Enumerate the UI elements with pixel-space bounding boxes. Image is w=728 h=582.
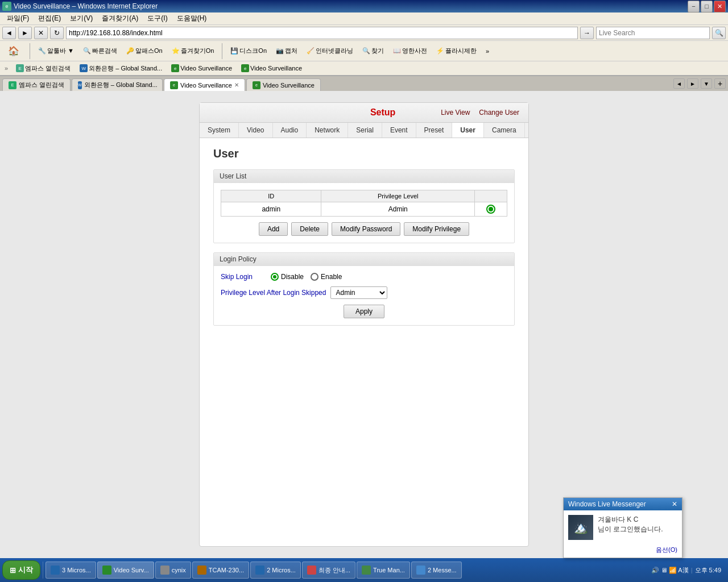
- col-id-header: ID: [221, 190, 321, 202]
- toolbar-flash[interactable]: ⚡플라시제한: [433, 45, 480, 56]
- nav-tab-system[interactable]: System: [200, 123, 239, 138]
- col-privilege-header: Privilege Level: [321, 190, 475, 202]
- dictionary-icon: 📖: [393, 47, 401, 55]
- tab-exchange-icon: W: [78, 81, 82, 89]
- fav-exchange[interactable]: W 외환은행 – Global Stand...: [76, 63, 166, 74]
- messenger-sound-link[interactable]: 음선(O): [656, 546, 677, 554]
- user-privilege-cell: Admin: [321, 202, 475, 217]
- setup-header: Setup Live View Change User: [200, 103, 528, 123]
- live-view-link[interactable]: Live View: [441, 109, 470, 117]
- tab-scroll-right[interactable]: ►: [687, 78, 698, 89]
- tab-scroll-left[interactable]: ◄: [673, 78, 685, 89]
- nav-tab-preset[interactable]: Preset: [416, 123, 453, 138]
- toolbar-separator2: [222, 43, 222, 59]
- nav-tab-audio[interactable]: Audio: [273, 123, 307, 138]
- modify-privilege-button[interactable]: Modify Privilege: [404, 222, 469, 236]
- tab-exchange[interactable]: W 외환은행 – Global Stand...: [72, 78, 163, 91]
- skip-login-radio-group: Disable Enable: [271, 273, 342, 281]
- alpass-icon: 🔑: [126, 47, 134, 55]
- toolbar-disk[interactable]: 💾디스크On: [227, 45, 270, 56]
- disable-radio[interactable]: [271, 273, 279, 281]
- title-bar-left: e Video Surveillance – Windows Internet …: [2, 2, 158, 11]
- search-button[interactable]: 🔍: [712, 27, 726, 39]
- menu-file[interactable]: 파일(F): [2, 13, 34, 24]
- fav-video-surv2[interactable]: e Video Surveillance: [238, 63, 305, 73]
- title-bar-buttons[interactable]: − □ ✕: [688, 1, 726, 13]
- taskbar-item-tcam[interactable]: TCAM-230...: [192, 562, 249, 579]
- nav-tab-user[interactable]: User: [452, 123, 484, 138]
- taskbar-item-cynix[interactable]: cynix: [155, 562, 191, 579]
- stop-button[interactable]: ✕: [34, 27, 48, 39]
- toolbar-quicksearch[interactable]: 🔍빠른검색: [80, 45, 121, 56]
- nav-tab-camera[interactable]: Camera: [484, 123, 525, 138]
- toolbar-find[interactable]: 🔍찾기: [359, 45, 387, 56]
- tab-video-surv1[interactable]: e Video Surveillance ✕: [164, 78, 245, 91]
- minimize-button[interactable]: −: [688, 1, 700, 13]
- messenger-header: Windows Live Messenger ✕: [564, 498, 682, 510]
- tab-video-surv2[interactable]: e Video Surveillance: [246, 78, 321, 91]
- toolbar-dictionary[interactable]: 📖영한사전: [390, 45, 431, 56]
- menu-edit[interactable]: 편집(E): [34, 13, 65, 24]
- menu-bar: 파일(F) 편집(E) 보기(V) 즐겨찾기(A) 도구(I) 도움말(H): [0, 13, 728, 25]
- menu-favorites[interactable]: 즐겨찾기(A): [97, 13, 143, 24]
- menu-view[interactable]: 보기(V): [65, 13, 97, 24]
- toolbar-cleaning[interactable]: 🧹인터넷클라닝: [303, 45, 357, 56]
- page-title: User: [213, 147, 515, 160]
- toolbar-capture[interactable]: 📷캡처: [272, 45, 301, 56]
- back-button[interactable]: ◄: [2, 27, 16, 39]
- home-icon: 🏠: [8, 45, 19, 56]
- login-policy-body: Skip Login Disable Enable: [214, 266, 514, 325]
- toolbar-alpass[interactable]: 🔑알패스On: [123, 45, 166, 56]
- toolbar-altoolbar[interactable]: 🔧알툴바 ▼: [35, 45, 77, 56]
- search-input[interactable]: [596, 27, 710, 39]
- nav-tab-network[interactable]: Network: [307, 123, 348, 138]
- user-selected-radio[interactable]: [486, 205, 495, 214]
- enable-option[interactable]: Enable: [311, 273, 342, 281]
- taskbar-item-micros2[interactable]: 2 Micros...: [250, 562, 301, 579]
- forward-button[interactable]: ►: [18, 27, 32, 39]
- refresh-button[interactable]: ↻: [50, 27, 64, 39]
- nav-tab-video[interactable]: Video: [239, 123, 272, 138]
- restore-button[interactable]: □: [701, 1, 713, 13]
- tab-list-button[interactable]: ▼: [701, 78, 712, 89]
- toolbar-more[interactable]: »: [482, 47, 493, 56]
- close-button[interactable]: ✕: [714, 1, 726, 13]
- privilege-level-select[interactable]: Admin Operator Viewer: [330, 286, 387, 299]
- enable-radio[interactable]: [311, 273, 318, 281]
- delete-button[interactable]: Delete: [291, 222, 328, 236]
- address-input[interactable]: [66, 27, 578, 39]
- disable-option[interactable]: Disable: [271, 273, 304, 281]
- toolbar-home-button[interactable]: 🏠: [2, 44, 25, 58]
- fav-video-surv1[interactable]: e Video Surveillance: [168, 63, 235, 73]
- user-select-cell[interactable]: [475, 202, 507, 217]
- fav-empas[interactable]: E 엠파스 열린검색: [13, 63, 74, 74]
- taskbar-item-micros1[interactable]: 3 Micros...: [46, 562, 96, 579]
- tab-empas[interactable]: E 엠파스 열린검색: [2, 78, 71, 91]
- favorites-toolbar-icon: ⭐: [172, 47, 180, 55]
- change-user-link[interactable]: Change User: [479, 109, 519, 117]
- taskbar-item-trueman[interactable]: True Man...: [357, 562, 410, 579]
- start-button[interactable]: ⊞ 시작: [2, 560, 40, 580]
- tab-new-button[interactable]: +: [714, 78, 726, 89]
- menu-tools[interactable]: 도구(I): [143, 13, 172, 24]
- taskbar-messe-icon: [416, 566, 425, 575]
- toolbar-favorites[interactable]: ⭐즐겨찾기On: [168, 45, 218, 56]
- nav-tab-serial[interactable]: Serial: [348, 123, 382, 138]
- taskbar-item-messe[interactable]: 2 Messe...: [411, 562, 462, 579]
- skip-login-label: Skip Login: [221, 273, 266, 281]
- go-button[interactable]: →: [580, 27, 594, 39]
- add-button[interactable]: Add: [259, 222, 288, 236]
- taskbar-item-guide[interactable]: 최종 안내...: [302, 562, 355, 579]
- tab-close-1[interactable]: ✕: [234, 82, 239, 88]
- taskbar-item-video[interactable]: Video Surv...: [97, 562, 154, 579]
- modify-password-button[interactable]: Modify Password: [332, 222, 400, 236]
- menu-help[interactable]: 도움말(H): [172, 13, 212, 24]
- apply-button[interactable]: Apply: [344, 305, 384, 318]
- nav-tab-event[interactable]: Event: [382, 123, 416, 138]
- find-icon: 🔍: [362, 47, 370, 55]
- flash-icon: ⚡: [436, 47, 444, 55]
- taskbar: ⊞ 시작 3 Micros... Video Surv... cynix TCA…: [0, 558, 728, 582]
- messenger-close-button[interactable]: ✕: [672, 500, 677, 508]
- action-buttons: Add Delete Modify Password Modify Privil…: [221, 222, 507, 236]
- privilege-level-label: Privilege Level After Login Skipped: [221, 289, 326, 297]
